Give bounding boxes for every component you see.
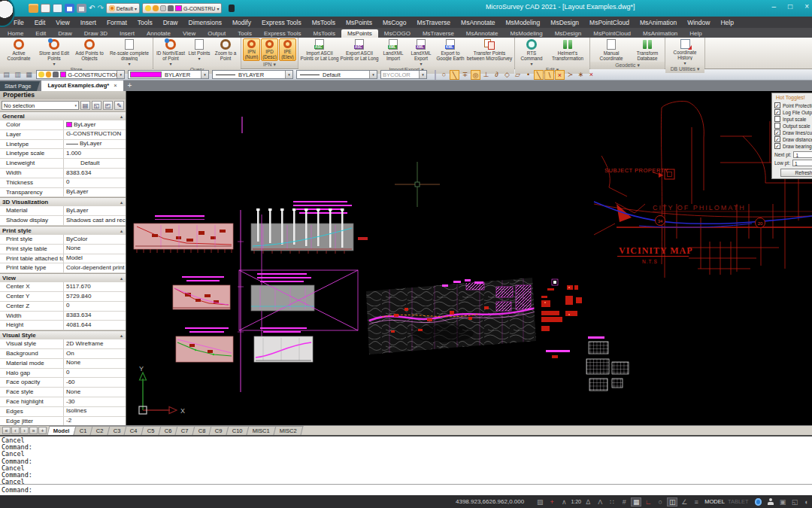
property-row[interactable]: Height4081.644: [0, 321, 126, 330]
toggle-output-scale[interactable]: Output scale: [772, 123, 812, 129]
tab-msmodeling[interactable]: MsModeling: [504, 29, 549, 38]
snap-quadrant-icon[interactable]: ◇: [502, 70, 512, 80]
list-points-button[interactable]: List Points▾: [187, 38, 211, 66]
selection-filter-dropdown[interactable]: No selection ▾: [2, 101, 79, 110]
toggle-log-file-output[interactable]: ✓Log File Output: [772, 109, 812, 116]
snap-center-icon[interactable]: ◎: [471, 70, 480, 80]
profile-drawings[interactable]: [134, 117, 368, 392]
quick-select-icon[interactable]: ▤: [80, 101, 90, 110]
menu-view[interactable]: View: [56, 19, 69, 26]
layer-lock-icon[interactable]: [53, 71, 59, 78]
property-row[interactable]: Face highlight-30: [0, 397, 126, 407]
model-space-button[interactable]: MODEL: [704, 498, 725, 505]
property-row[interactable]: Linetype scale1.000: [0, 149, 126, 159]
landxml-export-button[interactable]: XMLLandXML Export▾: [408, 38, 435, 66]
polar-toggle-icon[interactable]: ○: [655, 498, 665, 506]
layer-freeze-icon[interactable]: [46, 71, 52, 78]
tab-draw3d[interactable]: Draw 3D: [78, 29, 114, 38]
property-row[interactable]: Width8383.634: [0, 312, 126, 321]
coordinate-history-button[interactable]: Coordinate History▾: [667, 38, 703, 65]
snap-endpoint-icon[interactable]: ╲: [450, 70, 459, 80]
snap-clear-icon[interactable]: ×: [555, 70, 565, 80]
refresh-button[interactable]: Refresh: [780, 169, 812, 177]
snap-tangent-icon[interactable]: ∂: [492, 70, 501, 80]
menu-mstools[interactable]: MsTools: [312, 19, 335, 26]
new-file-icon[interactable]: [41, 4, 50, 13]
layout-tab-c10[interactable]: C10: [226, 426, 250, 435]
export-ascii-button[interactable]: ASCExport ASCII Points or Lat Long File: [340, 38, 379, 66]
layer-print-icon[interactable]: [160, 5, 166, 11]
snap-track-icon[interactable]: ∗: [576, 70, 586, 80]
settings-gear-icon[interactable]: [755, 498, 762, 506]
layers-small-icon[interactable]: ▥: [14, 71, 22, 78]
entity-snap-icon[interactable]: Λ: [595, 498, 605, 506]
property-row[interactable]: Halo gap0: [0, 369, 126, 379]
tab-mstraverse[interactable]: MsTraverse: [417, 29, 460, 38]
property-row[interactable]: Face styleNone: [0, 388, 126, 397]
checkbox-icon[interactable]: ✓: [774, 129, 780, 135]
snap-intersection-icon[interactable]: ╲: [534, 70, 544, 80]
property-row[interactable]: Print style tableNone: [0, 245, 126, 254]
id-northeast-button[interactable]: ID North/East of Point▾: [155, 38, 186, 66]
property-row[interactable]: ColorByLayer: [0, 120, 126, 130]
otrack-toggle-icon[interactable]: ∠: [679, 498, 689, 506]
tab-insert[interactable]: Insert: [114, 29, 141, 38]
landxml-import-button[interactable]: XMLLandXML Import: [380, 38, 407, 66]
rescale-drawing-button[interactable]: Re-scale complete drawing▾: [108, 38, 151, 66]
property-row[interactable]: Center Y5729.840: [0, 292, 126, 302]
menu-help[interactable]: Help: [720, 19, 733, 26]
section-general[interactable]: General▴: [0, 111, 126, 120]
first-layout-button[interactable]: «: [2, 427, 11, 434]
section-visual-style[interactable]: Visual Style▴: [0, 330, 126, 339]
toggle-point-protection[interactable]: ✓Point Protection: [772, 102, 812, 109]
tab-mspointcloud[interactable]: MsPointCloud: [587, 29, 637, 38]
redo-icon[interactable]: ↷: [97, 4, 103, 13]
helmerts-transformation-button[interactable]: Helmert's Transformation: [547, 38, 588, 66]
menu-msannotate[interactable]: MsAnnotate: [461, 19, 495, 26]
layout-tab-misc2[interactable]: MISC2: [273, 426, 303, 435]
tab-annotate[interactable]: Annotate: [141, 29, 177, 38]
toggle-draw-lines-curves[interactable]: ✓Draw lines/curves: [772, 129, 812, 136]
tab-active-document[interactable]: Layout Examples.dwg* ×: [41, 81, 123, 91]
color-dropdown[interactable]: BYLAYER ▾: [128, 70, 209, 79]
checkbox-icon[interactable]: ✓: [774, 143, 780, 149]
workspace-dropdown[interactable]: Default ▾: [106, 3, 140, 14]
ucs-mode-icon[interactable]: ∆: [583, 498, 593, 506]
customize-icon[interactable]: ✎: [114, 101, 124, 110]
tab-msannotate[interactable]: MsAnnotate: [460, 29, 504, 38]
plot-style-dropdown[interactable]: BYCOLOR ▾: [380, 70, 427, 79]
save-icon[interactable]: [65, 4, 74, 13]
tab-output[interactable]: Output: [201, 29, 232, 38]
ipd-desc-button[interactable]: IPD (Desc): [261, 38, 278, 61]
clean-screen-icon[interactable]: ◐: [801, 498, 812, 506]
property-row[interactable]: BackgroundOn: [0, 349, 126, 359]
command-history[interactable]: Cancel Command: Cancel Command: Cancel C…: [0, 435, 812, 484]
snap-off-icon[interactable]: ×: [586, 70, 596, 80]
layer-on-icon[interactable]: [38, 71, 44, 78]
snap-perpendicular-icon[interactable]: ⊥: [481, 70, 491, 80]
open-folder-icon[interactable]: [29, 4, 38, 13]
osnap-toggle-icon[interactable]: ◫: [667, 497, 677, 506]
property-row[interactable]: Print styleByColor: [0, 235, 126, 245]
active-coordinate-editor-button[interactable]: Active Coordinate Editor: [2, 38, 36, 66]
tab-edit[interactable]: Edit: [29, 29, 52, 38]
tab-express-tools[interactable]: Express Tools: [258, 29, 308, 38]
menu-file[interactable]: File: [14, 19, 24, 26]
menu-edit[interactable]: Edit: [35, 19, 46, 26]
property-row[interactable]: LineweightDefault: [0, 159, 126, 169]
checkbox-icon[interactable]: ✓: [774, 109, 780, 115]
menu-draw[interactable]: Draw: [163, 19, 178, 26]
pin-button[interactable]: [229, 5, 235, 12]
ortho-toggle-icon[interactable]: ∟: [643, 498, 653, 506]
property-row[interactable]: LayerG-CONSTRUCTION: [0, 130, 126, 140]
rts-command-button[interactable]: RTS Command▾: [517, 38, 547, 66]
low-pt-field[interactable]: 1: [792, 160, 812, 166]
legend-text-blocks[interactable]: [541, 279, 582, 358]
undo-icon[interactable]: ↶: [89, 4, 95, 13]
tablet-button[interactable]: TABLET: [728, 498, 749, 505]
grid-dots-icon[interactable]: ∷: [607, 498, 617, 506]
menu-mspointcloud[interactable]: MsPointCloud: [589, 19, 629, 26]
layer-lock-icon[interactable]: [168, 5, 174, 11]
property-row[interactable]: Print table attached toModel: [0, 254, 126, 264]
property-row[interactable]: Face opacity-60: [0, 378, 126, 388]
